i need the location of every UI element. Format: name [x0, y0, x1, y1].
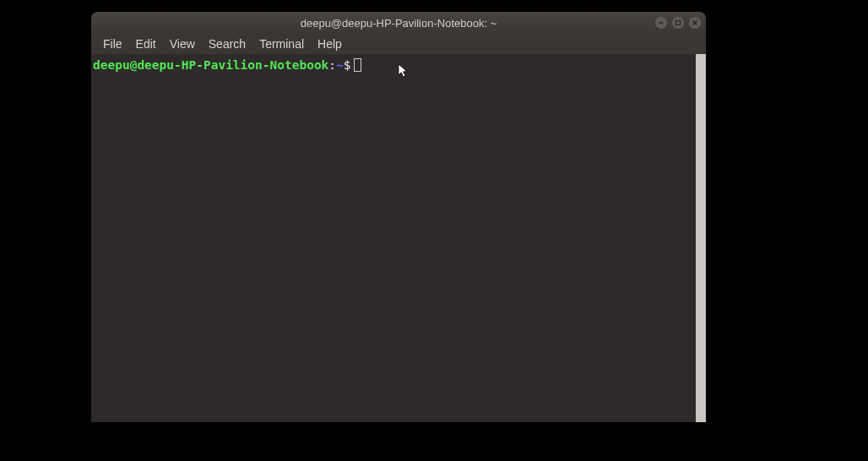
prompt-symbol: $	[344, 58, 351, 73]
menu-file[interactable]: File	[96, 35, 129, 53]
titlebar: deepu@deepu-HP-Pavilion-Notebook: ~	[91, 12, 706, 34]
menu-view[interactable]: View	[163, 35, 202, 53]
window-controls	[655, 17, 701, 29]
terminal-cursor	[354, 58, 361, 72]
window-title: deepu@deepu-HP-Pavilion-Notebook: ~	[301, 17, 497, 30]
menubar: File Edit View Search Terminal Help	[91, 34, 706, 54]
menu-terminal[interactable]: Terminal	[252, 35, 311, 53]
menu-search[interactable]: Search	[202, 35, 252, 53]
close-icon[interactable]	[689, 17, 701, 29]
prompt-colon: :	[328, 58, 336, 73]
prompt-cwd: ~	[336, 58, 344, 73]
terminal-window: deepu@deepu-HP-Pavilion-Notebook: ~ File…	[91, 12, 706, 422]
menu-help[interactable]: Help	[311, 35, 349, 53]
minimize-icon[interactable]	[655, 17, 667, 29]
menu-edit[interactable]: Edit	[129, 35, 163, 53]
maximize-icon[interactable]	[672, 17, 684, 29]
prompt-userhost: deepu@deepu-HP-Pavilion-Notebook	[93, 58, 328, 73]
scrollbar[interactable]	[696, 54, 706, 422]
prompt-line: deepu@deepu-HP-Pavilion-Notebook:~$	[93, 56, 704, 73]
svg-rect-1	[676, 21, 681, 25]
terminal-body[interactable]: deepu@deepu-HP-Pavilion-Notebook:~$	[91, 54, 706, 422]
